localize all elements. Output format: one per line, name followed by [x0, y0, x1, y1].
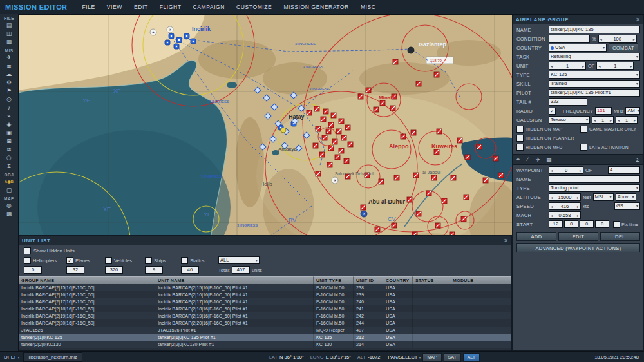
- radio-checkbox[interactable]: [549, 108, 556, 115]
- menu-edit[interactable]: EDIT: [128, 4, 154, 10]
- game-master-only-checkbox[interactable]: [580, 126, 587, 133]
- hostile-unit-icon[interactable]: [344, 158, 349, 164]
- altitude-mode-dropdown[interactable]: Abov: [616, 193, 636, 201]
- column-header[interactable]: MODULE: [450, 276, 511, 284]
- hostile-unit-icon[interactable]: [327, 162, 332, 167]
- hostile-unit-icon[interactable]: [336, 129, 341, 134]
- aircraft-mode-icon[interactable]: ✈: [535, 157, 540, 163]
- unit-count-stepper[interactable]: ◂1▸: [549, 62, 586, 70]
- hostile-unit-icon[interactable]: [416, 211, 421, 216]
- hostile-unit-icon[interactable]: [442, 198, 447, 204]
- start-second-box[interactable]: 0: [595, 220, 609, 228]
- hostile-unit-icon[interactable]: [328, 146, 334, 151]
- condition-input[interactable]: [549, 35, 590, 43]
- profile-dropdown[interactable]: DFLT▾: [4, 354, 19, 360]
- radio-icon[interactable]: ⌁: [3, 113, 15, 120]
- hostile-unit-icon[interactable]: [345, 125, 350, 130]
- condition-stepper[interactable]: ◂100▸: [598, 35, 637, 43]
- aircraft-type-dropdown[interactable]: KC-135: [549, 71, 640, 79]
- altitude-ref-dropdown[interactable]: MSL: [593, 193, 614, 201]
- mach-stepper[interactable]: ◂0.658▸: [549, 211, 581, 219]
- speed-mode-dropdown[interactable]: GS: [614, 202, 640, 210]
- table-row[interactable]: JTAC1526JTAC1526 Pilot #1MQ-9 Reaper407U…: [19, 327, 511, 334]
- summary-icon[interactable]: Σ: [3, 163, 15, 170]
- templates-icon[interactable]: ▣: [3, 129, 15, 137]
- hostile-unit-icon[interactable]: [335, 155, 340, 160]
- briefing-icon[interactable]: ≣: [3, 62, 15, 70]
- tail-number-input[interactable]: 323: [549, 98, 587, 106]
- goals-icon[interactable]: ◎: [3, 96, 15, 103]
- hostile-unit-icon[interactable]: [477, 144, 482, 149]
- hostile-unit-icon[interactable]: [393, 59, 398, 64]
- menu-misc[interactable]: MISC: [355, 4, 382, 10]
- hostile-unit-icon[interactable]: [498, 173, 504, 178]
- hidden-on-mfd-checkbox[interactable]: [516, 144, 524, 151]
- airfield-icon[interactable]: ✈: [332, 177, 338, 184]
- combat-button[interactable]: COMBAT: [609, 43, 638, 52]
- country-dropdown[interactable]: USA: [549, 44, 607, 52]
- advanced-waypoint-actions-button[interactable]: ADVANCED (WAYPOINT ACTIONS): [516, 243, 640, 252]
- skill-dropdown[interactable]: Trained: [549, 80, 640, 88]
- sound-icon[interactable]: ♪: [3, 104, 15, 111]
- hostile-unit-icon[interactable]: [374, 107, 379, 112]
- altitude-stepper[interactable]: ◂15000▸: [549, 193, 581, 201]
- pan-select-dropdown[interactable]: PAN/SELECT▾: [388, 354, 421, 360]
- open-mission-icon[interactable]: ◫: [3, 30, 15, 37]
- hostile-unit-icon[interactable]: [465, 155, 470, 160]
- table-row[interactable]: Incirlik BARCAP(2|19|16|F-16C_50|Incirli…: [19, 312, 511, 319]
- hostile-unit-icon[interactable]: [435, 223, 440, 228]
- del-waypoint-button[interactable]: DEL: [600, 232, 640, 241]
- column-header[interactable]: UNIT NAME: [155, 276, 314, 284]
- map-mode-button[interactable]: MAP: [422, 353, 441, 362]
- new-mission-icon[interactable]: ▤: [3, 22, 15, 29]
- neutral-unit-icon[interactable]: [281, 128, 286, 133]
- menu-customize[interactable]: CUSTOMIZE: [231, 4, 278, 10]
- hostile-unit-icon[interactable]: [326, 129, 331, 134]
- mission-file-tab[interactable]: liberation_nextturn.miz: [23, 352, 82, 362]
- hostile-unit-icon[interactable]: [411, 130, 416, 135]
- map-texture-icon[interactable]: ▩: [3, 211, 15, 218]
- filter-checkbox-ships[interactable]: [145, 257, 152, 264]
- alt-mode-button[interactable]: ALT: [463, 353, 480, 362]
- route-mode-icon[interactable]: ⟋: [526, 156, 529, 163]
- friendly-unit-icon[interactable]: [184, 33, 189, 39]
- hostile-unit-icon[interactable]: [313, 143, 318, 148]
- modulation-dropdown[interactable]: AM: [625, 107, 640, 115]
- hostile-unit-icon[interactable]: [339, 119, 344, 124]
- speed-stepper[interactable]: ◂416▸: [549, 202, 581, 210]
- menu-flight[interactable]: FLIGHT: [154, 4, 187, 10]
- hostile-unit-icon[interactable]: [416, 81, 421, 86]
- column-header[interactable]: COUNTRY: [383, 276, 413, 284]
- hostile-unit-icon[interactable]: [457, 138, 462, 143]
- add-waypoint-button[interactable]: ADD: [516, 232, 556, 241]
- waypoints-mode-icon[interactable]: ⌖: [516, 156, 520, 163]
- save-mission-icon[interactable]: ▦: [3, 39, 15, 46]
- hostile-unit-icon[interactable]: [461, 216, 466, 222]
- table-row[interactable]: tanker|2|1|0|KC-135tanker|2|1|0|KC-135 P…: [19, 334, 511, 341]
- weather-icon[interactable]: ☁: [3, 71, 15, 78]
- hostile-unit-icon[interactable]: [390, 106, 395, 111]
- friendly-unit-icon[interactable]: [176, 37, 182, 43]
- friendly-unit-icon[interactable]: [169, 33, 174, 39]
- hostile-unit-icon[interactable]: [464, 195, 469, 200]
- group-name-input[interactable]: tanker|2|1|0|KC-135: [549, 26, 640, 33]
- hostile-unit-icon[interactable]: [483, 178, 488, 183]
- hostile-unit-icon[interactable]: [451, 175, 456, 180]
- sat-mode-button[interactable]: SAT: [444, 353, 461, 362]
- hostile-unit-icon[interactable]: [366, 88, 371, 93]
- task-dropdown[interactable]: Refueling: [549, 53, 640, 61]
- hostile-unit-icon[interactable]: [319, 152, 325, 157]
- table-row[interactable]: Incirlik BARCAP(2|18|16|F-16C_50|Incirli…: [19, 305, 511, 312]
- airfield-icon[interactable]: ✈: [150, 29, 156, 35]
- filter-checkbox-helicopters[interactable]: [24, 257, 31, 264]
- hostile-unit-icon[interactable]: [323, 109, 328, 114]
- show-hidden-units-checkbox[interactable]: [24, 247, 31, 254]
- hostile-unit-icon[interactable]: [392, 223, 397, 228]
- callsign-number-stepper[interactable]: ◂1▸: [592, 116, 614, 124]
- hostile-unit-icon[interactable]: [316, 126, 321, 131]
- unit-total-stepper[interactable]: ◂1▸: [596, 62, 634, 70]
- hidden-on-map-checkbox[interactable]: [516, 126, 524, 133]
- edit-waypoint-button[interactable]: EDIT: [558, 232, 598, 241]
- hostile-unit-icon[interactable]: [332, 139, 337, 144]
- hostile-unit-icon[interactable]: [394, 175, 399, 180]
